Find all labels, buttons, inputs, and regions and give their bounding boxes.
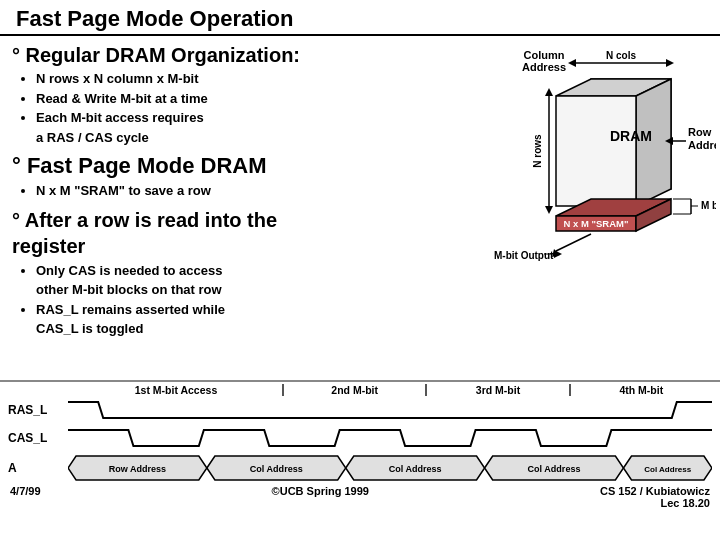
timing-header-2: 2nd M-bit xyxy=(284,384,427,396)
addr-a-label: A xyxy=(8,461,68,475)
address-signal: Row Address Col Address Col Address Col … xyxy=(68,454,712,482)
fast-page-bullets: N x M "SRAM" to save a row xyxy=(36,181,418,201)
section-after-row-title: ° After a row is read into theregister xyxy=(12,207,418,259)
timing-diagram: 1st M-bit Access 2nd M-bit 3rd M-bit 4th… xyxy=(0,380,720,540)
section-regular-dram: ° Regular DRAM Organization: N rows x N … xyxy=(12,44,418,147)
address-row: A Row Address Col Address Col Address Co… xyxy=(8,453,712,483)
svg-marker-3 xyxy=(666,59,674,67)
ras-label: RAS_L xyxy=(8,403,68,417)
svg-marker-10 xyxy=(545,88,553,96)
row-addr-label-1: Row xyxy=(688,126,712,138)
page-header: Fast Page Mode Operation xyxy=(0,0,720,36)
dram-diagram: Column Address N cols DRAM N rows xyxy=(436,41,716,311)
n-rows-label: N rows xyxy=(532,134,543,168)
svg-marker-8 xyxy=(556,96,636,206)
svg-text:Col Address: Col Address xyxy=(644,465,692,474)
svg-line-23 xyxy=(556,234,591,251)
after-row-bullets: Only CAS is needed to accessother M-bit … xyxy=(36,261,418,339)
page-title: Fast Page Mode Operation xyxy=(16,6,704,32)
section-fast-page-title: ° Fast Page Mode DRAM xyxy=(12,153,418,179)
svg-text:Col Address: Col Address xyxy=(250,464,303,474)
bullet-1: N rows x N column x M-bit xyxy=(36,69,418,89)
bullet-2: Read & Write M-bit at a time xyxy=(36,89,418,109)
svg-marker-2 xyxy=(568,59,576,67)
svg-text:Address: Address xyxy=(522,61,566,73)
col-addr-label: Column xyxy=(524,49,565,61)
footer-copyright: ©UCB Spring 1999 xyxy=(272,485,369,509)
regular-dram-bullets: N rows x N column x M-bit Read & Write M… xyxy=(36,69,418,147)
cas-row: CAS_L xyxy=(8,425,712,451)
m-bits-label: M bits xyxy=(701,200,716,211)
timing-header-1: 1st M-bit Access xyxy=(70,384,284,396)
svg-text:Address: Address xyxy=(688,139,716,151)
section-fast-page: ° Fast Page Mode DRAM N x M "SRAM" to sa… xyxy=(12,153,418,201)
svg-marker-11 xyxy=(545,206,553,214)
bullet-6: RAS_L remains asserted whileCAS_L is tog… xyxy=(36,300,418,339)
svg-text:Col Address: Col Address xyxy=(389,464,442,474)
footer: 4/7/99 ©UCB Spring 1999 CS 152 / Kubiato… xyxy=(8,485,712,509)
cas-label: CAS_L xyxy=(8,431,68,445)
footer-course: CS 152 / KubiatowiczLec 18.20 xyxy=(600,485,710,509)
section-after-row: ° After a row is read into theregister O… xyxy=(12,207,418,339)
bullet-4: N x M "SRAM" to save a row xyxy=(36,181,418,201)
footer-date: 4/7/99 xyxy=(10,485,41,509)
cas-signal xyxy=(68,428,712,448)
svg-marker-26 xyxy=(554,250,562,258)
m-bit-output-label: M-bit Output xyxy=(494,250,554,261)
timing-headers: 1st M-bit Access 2nd M-bit 3rd M-bit 4th… xyxy=(70,384,712,396)
timing-header-3: 3rd M-bit xyxy=(427,384,570,396)
svg-text:Col Address: Col Address xyxy=(528,464,581,474)
bullet-5: Only CAS is needed to accessother M-bit … xyxy=(36,261,418,300)
ras-row: RAS_L xyxy=(8,397,712,423)
ras-signal xyxy=(68,400,712,420)
section-regular-dram-title: ° Regular DRAM Organization: xyxy=(12,44,418,67)
sram-label: N x M "SRAM" xyxy=(564,218,629,229)
svg-text:N cols: N cols xyxy=(606,50,636,61)
timing-header-4: 4th M-bit xyxy=(571,384,712,396)
bullet-3: Each M-bit access requiresa RAS / CAS cy… xyxy=(36,108,418,147)
svg-text:Row Address: Row Address xyxy=(109,464,166,474)
dram-label: DRAM xyxy=(610,128,652,144)
